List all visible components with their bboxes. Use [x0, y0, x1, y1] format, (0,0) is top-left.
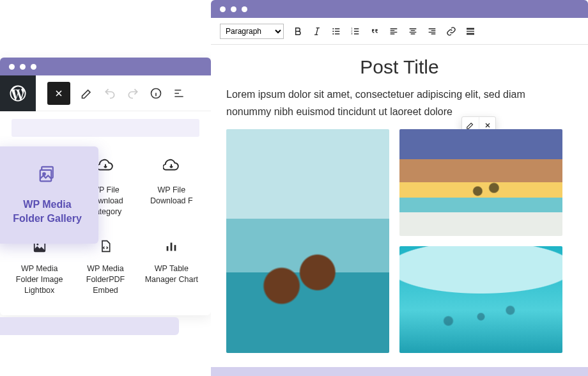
- align-right-button[interactable]: [427, 26, 437, 36]
- pencil-icon: [466, 121, 475, 130]
- gallery-image-surfers-wave[interactable]: [399, 246, 562, 353]
- align-right-icon: [427, 26, 437, 36]
- svg-point-9: [332, 27, 334, 29]
- block-label: WP File Download F: [144, 185, 199, 207]
- block-label: WP Table Manager Chart: [144, 263, 199, 285]
- post-editor-window: Paragraph 123 Post Title Lorem ipsum dol…: [211, 0, 588, 353]
- bold-button[interactable]: [293, 26, 303, 36]
- traffic-light-dot[interactable]: [242, 6, 247, 12]
- link-icon: [446, 26, 456, 36]
- info-button[interactable]: [150, 87, 162, 100]
- window-titlebar-left: [0, 58, 211, 75]
- edit-button[interactable]: [81, 87, 93, 100]
- featured-block-label: WP Media Folder Gallery: [13, 198, 82, 225]
- info-icon: [150, 87, 162, 100]
- wordpress-icon: [8, 84, 27, 103]
- traffic-light-dot[interactable]: [20, 64, 26, 70]
- link-button[interactable]: [446, 26, 456, 36]
- bullet-list-button[interactable]: [331, 26, 341, 36]
- align-left-icon: [389, 26, 399, 36]
- bullet-list-icon: [331, 26, 341, 36]
- italic-button[interactable]: [312, 26, 322, 36]
- editor-top-toolbar: [0, 75, 211, 111]
- traffic-light-dot[interactable]: [31, 64, 36, 70]
- svg-rect-2: [40, 170, 52, 182]
- block-label: WP Media FolderPDF Embed: [77, 263, 133, 296]
- wordpress-logo[interactable]: [0, 75, 36, 111]
- block-label: WP Media Folder Image Lightbox: [12, 263, 67, 296]
- gallery-icon: [38, 164, 57, 186]
- block-search-input[interactable]: [12, 119, 199, 137]
- gallery-image-sunset-girls[interactable]: [399, 129, 562, 236]
- align-center-icon: [408, 26, 418, 36]
- top-actions: [36, 82, 185, 105]
- svg-rect-15: [467, 27, 474, 29]
- ordered-list-icon: 123: [350, 26, 360, 36]
- bar-chart-icon: [164, 239, 178, 256]
- read-more-icon: [465, 26, 476, 36]
- svg-point-10: [332, 30, 334, 31]
- redo-icon: [127, 87, 139, 100]
- bold-icon: [293, 26, 303, 36]
- block-wp-table-manager-chart[interactable]: WP Table Manager Chart: [141, 230, 202, 303]
- gallery-image-beach-boats[interactable]: [226, 129, 389, 353]
- window-titlebar-right: [211, 0, 588, 18]
- traffic-light-dot[interactable]: [9, 64, 15, 70]
- rich-text-toolbar: Paragraph 123: [211, 18, 588, 45]
- svg-rect-16: [467, 31, 474, 31]
- blockquote-button[interactable]: [369, 26, 380, 36]
- italic-icon: [312, 26, 322, 36]
- decorative-strip-bottom: [211, 367, 588, 376]
- media-gallery[interactable]: [226, 129, 573, 353]
- list-icon: [173, 87, 185, 100]
- block-wp-file-download-file[interactable]: WP File Download F: [141, 148, 202, 224]
- block-picker-window: WP Media Folder Gallery WP File Download…: [0, 58, 211, 315]
- redo-button[interactable]: [127, 87, 139, 100]
- pencil-icon: [81, 87, 93, 100]
- close-icon: [484, 121, 491, 129]
- decorative-strip-left: [0, 317, 179, 335]
- code-file-icon: [99, 239, 112, 256]
- close-inserter-button[interactable]: [47, 82, 70, 105]
- svg-text:3: 3: [351, 32, 353, 35]
- quote-icon: [369, 26, 380, 36]
- paragraph-format-select[interactable]: Paragraph: [220, 24, 284, 39]
- block-wp-media-folder-gallery[interactable]: WP Media Folder Gallery: [0, 146, 98, 244]
- post-title[interactable]: Post Title: [226, 56, 573, 78]
- svg-rect-8: [174, 245, 176, 251]
- svg-rect-17: [467, 33, 474, 35]
- svg-rect-6: [167, 246, 169, 251]
- svg-point-11: [332, 33, 334, 34]
- align-center-button[interactable]: [408, 26, 418, 36]
- undo-button[interactable]: [104, 87, 116, 100]
- outline-button[interactable]: [173, 87, 185, 100]
- close-icon: [54, 88, 64, 98]
- traffic-light-dot[interactable]: [231, 6, 236, 12]
- align-left-button[interactable]: [389, 26, 399, 36]
- cloud-download-icon: [163, 157, 180, 177]
- ordered-list-button[interactable]: 123: [350, 26, 360, 36]
- undo-icon: [104, 87, 116, 100]
- post-content-area: Post Title Lorem ipsum dolor sit amet, c…: [211, 45, 588, 353]
- cloud-download-icon: [97, 157, 114, 177]
- traffic-light-dot[interactable]: [220, 6, 226, 12]
- read-more-button[interactable]: [465, 26, 476, 36]
- post-body-paragraph[interactable]: Lorem ipsum dolor sit amet, consectetuer…: [226, 86, 573, 120]
- svg-rect-7: [171, 242, 173, 251]
